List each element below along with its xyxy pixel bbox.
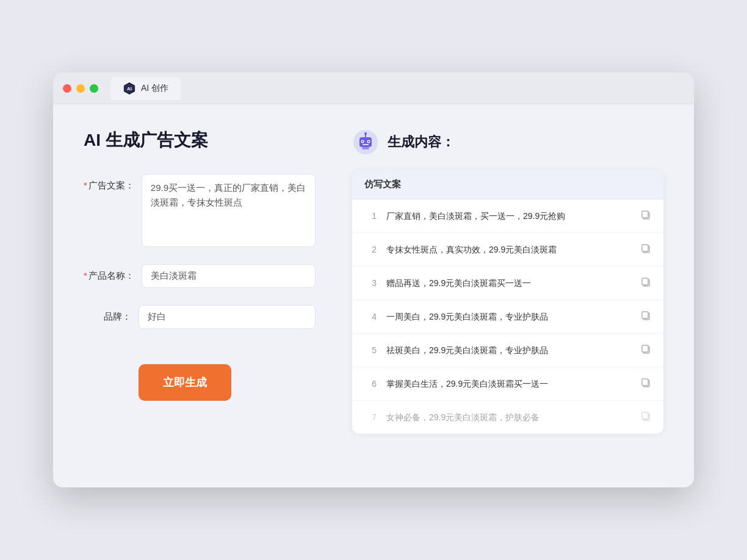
result-number: 1 <box>364 211 377 221</box>
close-button[interactable] <box>63 84 71 93</box>
svg-point-7 <box>362 141 363 142</box>
right-panel: 生成内容： 仿写文案 1厂家直销，美白淡斑霜，买一送一，29.9元抢购 2专抹女… <box>352 129 663 458</box>
right-header: 生成内容： <box>352 129 663 156</box>
svg-rect-14 <box>642 211 648 218</box>
result-text: 赠品再送，29.9元美白淡斑霜买一送一 <box>386 277 630 290</box>
brand-label: 品牌： <box>84 305 139 323</box>
result-item: 2专抹女性斑点，真实功效，29.9元美白淡斑霜 <box>352 233 663 267</box>
right-title: 生成内容： <box>388 133 455 151</box>
product-name-label: *产品名称： <box>84 264 142 282</box>
copy-icon[interactable] <box>640 209 651 223</box>
result-item: 5祛斑美白，29.9元美白淡斑霜，专业护肤品 <box>352 334 663 367</box>
svg-rect-18 <box>642 278 648 285</box>
copy-icon[interactable] <box>640 276 651 290</box>
ai-creation-tab[interactable]: AI AI 创作 <box>110 77 181 100</box>
result-text: 掌握美白生活，29.9元美白淡斑霜买一送一 <box>386 378 630 390</box>
svg-point-10 <box>364 132 367 135</box>
svg-rect-16 <box>642 245 648 251</box>
svg-rect-20 <box>642 312 648 318</box>
result-number: 3 <box>364 278 377 288</box>
result-text: 女神必备，29.9元美白淡斑霜，护肤必备 <box>386 411 630 424</box>
titlebar: AI AI 创作 <box>53 73 694 104</box>
svg-rect-11 <box>362 147 369 149</box>
svg-text:AI: AI <box>127 86 132 92</box>
result-number: 2 <box>364 245 377 254</box>
bot-icon <box>352 129 379 156</box>
brand-group: 品牌： <box>84 305 316 329</box>
ad-copy-required: * <box>84 180 87 190</box>
result-text: 专抹女性斑点，真实功效，29.9元美白淡斑霜 <box>386 243 630 256</box>
tab-label: AI 创作 <box>141 83 168 94</box>
svg-rect-24 <box>642 379 648 386</box>
product-name-input[interactable] <box>142 264 316 288</box>
result-text: 厂家直销，美白淡斑霜，买一送一，29.9元抢购 <box>386 210 630 223</box>
brand-input[interactable] <box>139 305 316 329</box>
result-number: 5 <box>364 345 377 355</box>
result-text: 祛斑美白，29.9元美白淡斑霜，专业护肤品 <box>386 344 630 357</box>
results-list: 1厂家直销，美白淡斑霜，买一送一，29.9元抢购 2专抹女性斑点，真实功效，29… <box>352 199 663 434</box>
ad-copy-group: *广告文案： <box>84 174 316 247</box>
svg-rect-26 <box>642 412 648 419</box>
traffic-lights <box>63 84 98 93</box>
svg-rect-12 <box>363 144 369 145</box>
product-name-group: *产品名称： <box>84 264 316 288</box>
page-title: AI 生成广告文案 <box>84 129 316 152</box>
result-number: 4 <box>364 312 377 321</box>
result-text: 一周美白，29.9元美白淡斑霜，专业护肤品 <box>386 311 630 323</box>
copy-icon[interactable] <box>640 377 651 390</box>
copy-icon[interactable] <box>640 411 651 424</box>
result-number: 7 <box>364 412 377 422</box>
result-item: 7女神必备，29.9元美白淡斑霜，护肤必备 <box>352 401 663 434</box>
ad-copy-label: *广告文案： <box>84 174 142 192</box>
copy-icon[interactable] <box>640 343 651 357</box>
result-item: 6掌握美白生活，29.9元美白淡斑霜买一送一 <box>352 367 663 401</box>
svg-rect-22 <box>642 345 648 352</box>
left-panel: AI 生成广告文案 *广告文案： *产品名称： 品牌： 立即生成 <box>84 129 316 458</box>
result-item: 1厂家直销，美白淡斑霜，买一送一，29.9元抢购 <box>352 199 663 233</box>
results-container: 仿写文案 1厂家直销，美白淡斑霜，买一送一，29.9元抢购 2专抹女性斑点，真实… <box>352 170 663 434</box>
ai-tab-icon: AI <box>123 82 136 95</box>
svg-point-8 <box>368 141 369 142</box>
copy-icon[interactable] <box>640 243 651 256</box>
ad-copy-input[interactable] <box>142 174 316 247</box>
result-item: 3赠品再送，29.9元美白淡斑霜买一送一 <box>352 267 663 300</box>
generate-button[interactable]: 立即生成 <box>139 364 231 401</box>
main-content: AI 生成广告文案 *广告文案： *产品名称： 品牌： 立即生成 <box>53 104 694 483</box>
result-number: 6 <box>364 379 377 389</box>
results-header: 仿写文案 <box>352 170 663 199</box>
app-window: AI AI 创作 AI 生成广告文案 *广告文案： *产品名称： <box>53 73 694 487</box>
copy-icon[interactable] <box>640 310 651 323</box>
result-item: 4一周美白，29.9元美白淡斑霜，专业护肤品 <box>352 300 663 334</box>
maximize-button[interactable] <box>90 84 98 93</box>
product-name-required: * <box>84 270 87 281</box>
minimize-button[interactable] <box>76 84 85 93</box>
